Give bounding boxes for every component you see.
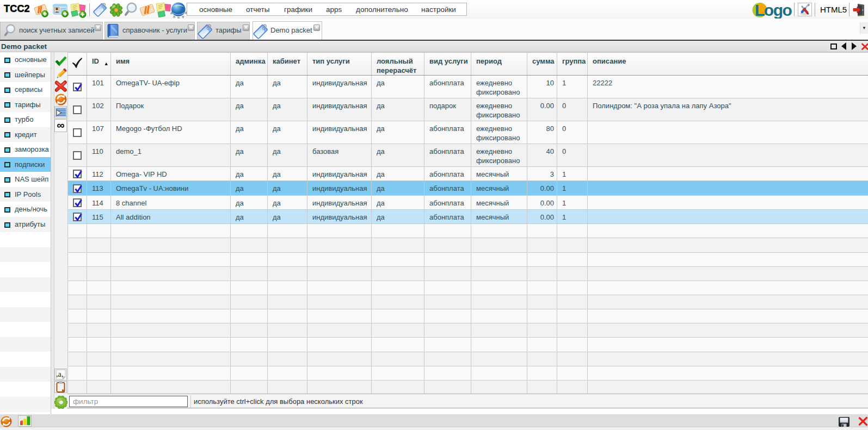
svg-text:Logo: Logo [755, 1, 792, 18]
svg-text:,a,: ,a, [56, 370, 63, 378]
